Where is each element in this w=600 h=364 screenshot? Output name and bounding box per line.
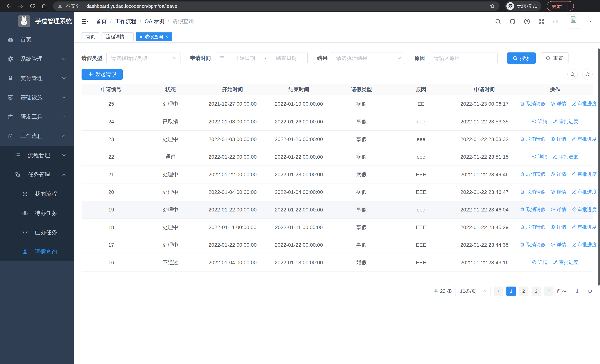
reset-button[interactable]: 重置: [540, 52, 569, 64]
cancel-leave-link[interactable]: 取消请假: [520, 206, 545, 213]
pen-icon: [571, 189, 576, 194]
detail-link[interactable]: 详情: [550, 189, 566, 195]
approval-progress-link[interactable]: 审批进度: [571, 101, 597, 107]
sidebar-item[interactable]: 基础设施: [0, 88, 74, 107]
cell-end: 2022-01-13 00:00:00: [265, 254, 333, 271]
cancel-leave-link[interactable]: 取消请假: [520, 242, 545, 248]
sidebar-item[interactable]: 首页: [0, 30, 74, 49]
detail-link[interactable]: 详情: [550, 136, 566, 142]
sidebar-item[interactable]: ¥支付管理: [0, 69, 74, 88]
detail-link[interactable]: 详情: [532, 118, 548, 125]
close-tab-icon[interactable]: ×: [165, 34, 168, 39]
browser-menu-icon[interactable]: ⋮: [565, 3, 571, 9]
sidebar-item[interactable]: 系统管理: [0, 49, 74, 69]
detail-link[interactable]: 详情: [532, 153, 548, 160]
goto-unit-label: 页: [588, 288, 593, 295]
approval-progress-link[interactable]: 审批进度: [571, 242, 597, 248]
pen-icon: [571, 137, 576, 141]
sidebar-item[interactable]: 我的流程: [0, 184, 74, 204]
breadcrumb-item[interactable]: 工作流程: [115, 18, 136, 25]
breadcrumb-item[interactable]: OA 示例: [145, 18, 164, 25]
browser-update-button[interactable]: 更新 ⋮: [547, 1, 574, 11]
action-label: 详情: [557, 189, 566, 195]
page-number-button[interactable]: 1: [506, 287, 516, 296]
cancel-leave-link[interactable]: 取消请假: [520, 189, 545, 195]
app-logo[interactable]: 芋道管理系统: [0, 12, 74, 30]
forward-icon[interactable]: [18, 3, 24, 9]
table-row: 23处理中2022-01-03 00:00:002022-01-26 00:00…: [82, 131, 593, 148]
page-size-value: 10条/页: [460, 288, 476, 295]
cell-status: 处理中: [141, 201, 200, 218]
detail-link[interactable]: 详情: [550, 224, 566, 230]
search-button[interactable]: 搜索: [507, 52, 536, 64]
approval-progress-link[interactable]: 审批进度: [571, 136, 597, 142]
show-search-toggle-button[interactable]: [567, 69, 578, 80]
sidebar-item[interactable]: 任务管理: [0, 165, 74, 184]
scrollbar-thumb[interactable]: [598, 48, 600, 286]
user-avatar[interactable]: [567, 14, 580, 29]
cell-start: 2022-01-04 00:00:00: [200, 183, 265, 201]
apply-time-range-picker[interactable]: 开始日期 - 结束日期: [215, 52, 308, 64]
detail-link[interactable]: 详情: [532, 259, 548, 266]
detail-link[interactable]: 详情: [550, 171, 566, 177]
view-tab[interactable]: 流程详情×: [102, 32, 134, 41]
approval-progress-link[interactable]: 审批进度: [571, 171, 597, 177]
detail-link[interactable]: 详情: [550, 206, 566, 213]
detail-link[interactable]: 详情: [550, 101, 566, 107]
font-size-icon[interactable]: TT: [553, 18, 559, 25]
breadcrumb-item[interactable]: 首页: [96, 18, 107, 25]
page-number-button[interactable]: 2: [519, 287, 528, 296]
reason-input[interactable]: [434, 55, 493, 61]
approval-progress-link[interactable]: 审批进度: [553, 153, 578, 160]
home-icon[interactable]: [41, 3, 47, 9]
next-page-button[interactable]: ›: [544, 287, 553, 296]
action-label: 取消请假: [526, 101, 545, 107]
approval-progress-link[interactable]: 审批进度: [571, 189, 597, 195]
action-label: 审批进度: [577, 224, 597, 230]
cell-reason: eee: [390, 113, 451, 131]
goto-page-input[interactable]: [570, 286, 584, 296]
reload-icon[interactable]: [29, 3, 36, 9]
monitor-icon: [7, 94, 14, 101]
chevron-down-icon: [172, 56, 177, 61]
cancel-leave-link[interactable]: 取消请假: [520, 136, 545, 142]
approval-progress-link[interactable]: 审批进度: [571, 224, 597, 230]
view-tab[interactable]: 请假查询×: [136, 32, 172, 41]
back-icon[interactable]: [6, 3, 12, 9]
sidebar-item[interactable]: 已办任务: [0, 223, 74, 242]
sidebar-item[interactable]: 工作流程: [0, 126, 74, 146]
result-select[interactable]: 请选择流结果: [332, 52, 405, 64]
cell-reason: EEE: [390, 218, 451, 236]
fullscreen-icon[interactable]: [538, 18, 545, 25]
page-number-button[interactable]: 3: [532, 287, 541, 296]
sidebar-item[interactable]: 研发工具: [0, 107, 74, 126]
cell-id: 22: [82, 148, 141, 166]
approval-progress-link[interactable]: 审批进度: [553, 118, 578, 125]
sidebar-item[interactable]: 请假查询: [0, 242, 74, 261]
collapse-sidebar-icon[interactable]: [81, 18, 89, 25]
view-tab[interactable]: 首页: [82, 32, 99, 41]
detail-link[interactable]: 详情: [550, 242, 566, 248]
bookmark-star-icon[interactable]: [489, 3, 495, 9]
search-icon[interactable]: [495, 18, 501, 25]
url-text[interactable]: dashboard.yudao.iocoder.cn/bpm/oa/leave: [86, 3, 487, 9]
help-icon[interactable]: [524, 18, 530, 25]
close-tab-icon[interactable]: ×: [127, 34, 129, 39]
approval-progress-link[interactable]: 审批进度: [571, 206, 597, 213]
address-bar[interactable]: 不安全 dashboard.yudao.iocoder.cn/bpm/oa/le…: [53, 1, 500, 11]
prev-page-button[interactable]: ‹: [494, 287, 503, 296]
approval-progress-link[interactable]: 审批进度: [553, 259, 578, 266]
cancel-leave-link[interactable]: 取消请假: [520, 101, 545, 107]
github-icon[interactable]: [509, 18, 516, 25]
cancel-leave-link[interactable]: 取消请假: [520, 171, 545, 177]
page-size-select[interactable]: 10条/页: [455, 286, 490, 296]
cell-start: 2022-01-11 00:00:00: [200, 218, 265, 236]
breadcrumb: 首页 / 工作流程 / OA 示例 / 请假查询: [96, 18, 194, 25]
user-menu-caret-icon[interactable]: [588, 19, 593, 24]
create-leave-button[interactable]: 发起请假: [82, 69, 123, 80]
refresh-table-button[interactable]: [582, 69, 593, 80]
sidebar-item[interactable]: 流程管理: [0, 146, 74, 165]
leave-type-select[interactable]: 请选择请假类型: [106, 52, 180, 64]
sidebar-item[interactable]: 待办任务: [0, 204, 74, 223]
cancel-leave-link[interactable]: 取消请假: [520, 224, 545, 230]
